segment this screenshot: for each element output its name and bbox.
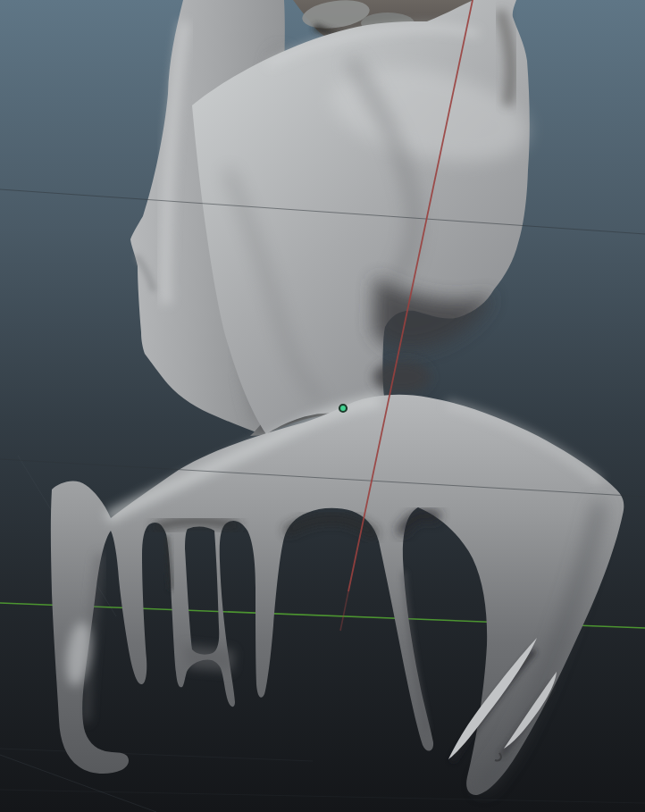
shading-under-lobe-shadow xyxy=(373,361,431,393)
object-origin-dot xyxy=(339,405,347,412)
viewport-canvas[interactable] xyxy=(0,0,645,812)
viewport-3d[interactable] xyxy=(0,0,645,812)
